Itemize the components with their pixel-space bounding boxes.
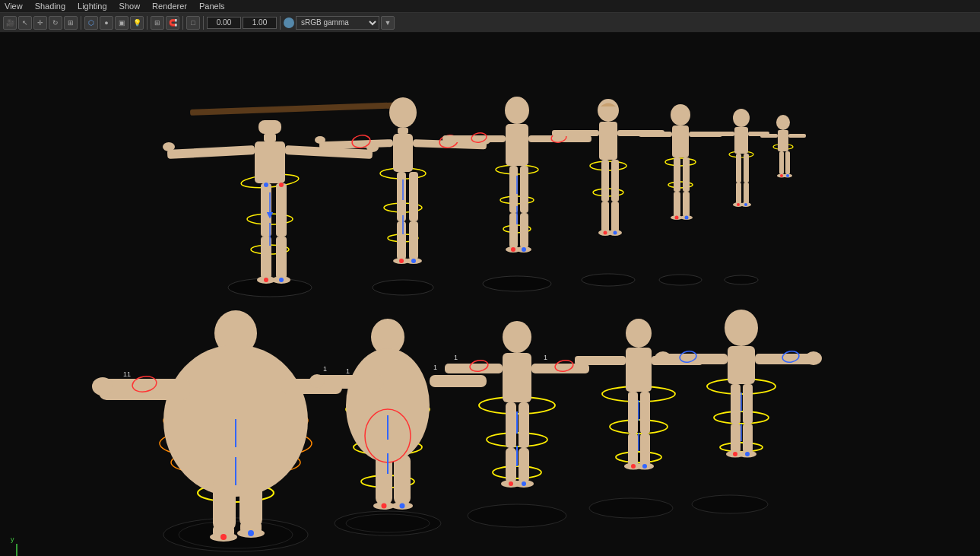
viewport: 11 1 1 1: [0, 33, 980, 556]
svg-rect-204: [628, 434, 638, 465]
svg-rect-202: [628, 392, 638, 434]
svg-rect-181: [506, 402, 516, 448]
svg-rect-182: [519, 402, 529, 448]
svg-text:1: 1: [346, 367, 350, 375]
colorspace-dropdown-btn[interactable]: ▼: [381, 16, 395, 30]
svg-point-188: [522, 481, 526, 486]
svg-point-22: [163, 142, 175, 151]
svg-rect-223: [731, 424, 741, 453]
scale-tool-btn[interactable]: ⊞: [64, 16, 78, 30]
camera-tool-btn[interactable]: 🎥: [3, 16, 17, 30]
menu-shading[interactable]: Shading: [33, 2, 67, 11]
svg-point-90: [604, 231, 607, 235]
svg-point-215: [725, 310, 758, 346]
svg-rect-113: [736, 183, 741, 204]
svg-rect-205: [640, 434, 650, 465]
snap-btn[interactable]: 🧲: [166, 16, 179, 30]
svg-rect-67: [520, 166, 528, 213]
svg-rect-63: [506, 124, 528, 166]
svg-rect-82: [552, 130, 599, 136]
svg-point-3: [483, 276, 551, 291]
svg-rect-69: [520, 213, 528, 248]
smooth-btn[interactable]: ●: [100, 16, 113, 30]
svg-point-5: [659, 275, 702, 285]
svg-rect-143: [239, 478, 262, 527]
svg-point-94: [671, 104, 690, 125]
svg-point-167: [382, 504, 387, 509]
svg-point-62: [505, 97, 529, 124]
svg-rect-142: [213, 478, 236, 531]
svg-rect-216: [728, 346, 755, 384]
scene-svg: 11 1 1 1: [0, 33, 980, 556]
svg-rect-18: [264, 134, 276, 141]
light-btn[interactable]: 💡: [130, 16, 144, 30]
svg-rect-109: [713, 132, 734, 136]
toolbar: 🎥 ↖ ✛ ↻ ⊞ ⬡ ● ▣ 💡 ⊞ 🧲 □ sRGB gamma Linea…: [0, 13, 980, 33]
move-tool-btn[interactable]: ✛: [33, 16, 47, 30]
svg-text:1: 1: [544, 354, 547, 361]
svg-point-6: [725, 275, 758, 284]
svg-rect-161: [430, 375, 487, 387]
svg-rect-123: [788, 134, 806, 138]
svg-point-33: [279, 183, 284, 187]
texture-btn[interactable]: ▣: [115, 16, 128, 30]
svg-point-141: [92, 377, 113, 396]
rotate-tool-btn[interactable]: ↻: [49, 16, 62, 30]
svg-rect-164: [394, 455, 411, 504]
sep4: [203, 16, 204, 30]
svg-rect-87: [611, 202, 619, 232]
svg-rect-95: [672, 125, 689, 157]
svg-rect-183: [506, 448, 516, 482]
svg-point-80: [598, 99, 619, 122]
menu-panels[interactable]: Panels: [198, 2, 227, 11]
svg-point-227: [733, 452, 737, 456]
svg-point-2: [373, 280, 433, 295]
sep1: [81, 16, 81, 30]
exposure-input[interactable]: [207, 17, 241, 29]
svg-rect-17: [258, 120, 281, 134]
svg-rect-0: [0, 33, 980, 556]
svg-rect-203: [640, 392, 650, 434]
svg-point-104: [675, 216, 679, 220]
svg-point-72: [511, 247, 515, 252]
svg-rect-99: [683, 157, 690, 192]
wireframe-btn[interactable]: ⬡: [84, 16, 98, 30]
svg-point-9: [335, 511, 441, 535]
svg-rect-96: [639, 132, 672, 137]
svg-point-54: [411, 259, 416, 263]
svg-rect-184: [519, 448, 529, 482]
colorspace-icon-btn[interactable]: [284, 17, 294, 28]
svg-rect-81: [599, 122, 617, 160]
svg-point-120: [776, 115, 790, 130]
svg-point-11: [468, 504, 566, 527]
svg-rect-84: [601, 160, 609, 202]
sep2: [147, 16, 147, 30]
grid-btn[interactable]: ⊞: [151, 16, 164, 30]
svg-rect-224: [743, 424, 753, 453]
svg-rect-98: [674, 157, 680, 192]
svg-rect-41: [398, 128, 408, 134]
svg-rect-179: [445, 364, 503, 373]
select-tool-btn[interactable]: ↖: [18, 16, 32, 30]
svg-point-187: [509, 481, 513, 486]
menu-renderer[interactable]: Renderer: [151, 2, 189, 11]
svg-rect-125: [785, 151, 790, 174]
render-region-btn[interactable]: □: [186, 16, 200, 30]
menu-lighting[interactable]: Lighting: [76, 2, 109, 11]
gamma-input[interactable]: [243, 17, 277, 29]
svg-rect-160: [316, 375, 384, 389]
sep3: [182, 16, 183, 30]
svg-text:11: 11: [123, 370, 131, 378]
svg-text:y: y: [11, 535, 14, 543]
svg-rect-121: [778, 130, 788, 151]
colorspace-select[interactable]: sRGB gamma Linear Raw: [296, 16, 379, 30]
svg-point-91: [614, 231, 617, 235]
menu-view[interactable]: View: [3, 2, 24, 11]
svg-point-219: [655, 351, 671, 365]
svg-rect-200: [575, 356, 626, 365]
menu-show[interactable]: Show: [118, 2, 142, 11]
svg-point-30: [264, 278, 268, 282]
svg-point-128: [780, 174, 783, 177]
svg-point-73: [522, 247, 526, 252]
svg-point-32: [264, 183, 268, 187]
